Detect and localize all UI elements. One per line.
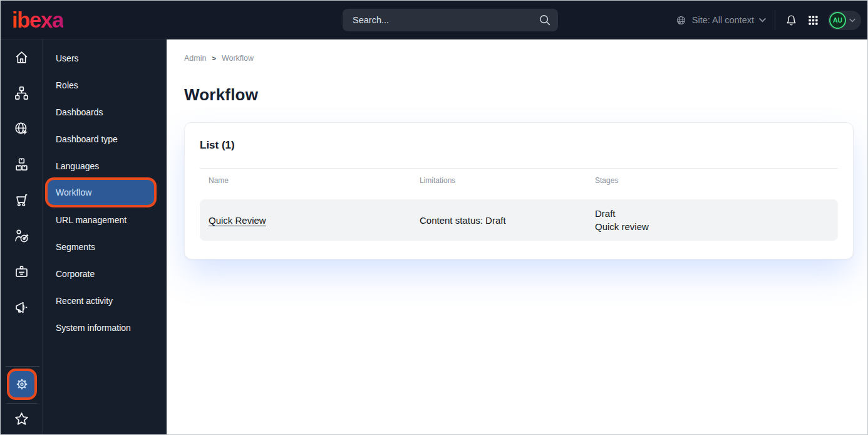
table-header: Name Limitations Stages <box>200 176 838 185</box>
global-search <box>343 9 558 31</box>
user-menu[interactable]: AU <box>828 11 861 30</box>
cart-icon <box>13 192 30 209</box>
admin-sidebar: Users Roles Dashboards Dashboard type La… <box>43 39 167 435</box>
sidebar-item-url-management[interactable]: URL management <box>43 206 167 233</box>
sidebar-item-languages[interactable]: Languages <box>43 152 167 179</box>
sidebar-item-segments[interactable]: Segments <box>43 233 167 260</box>
ibexa-logo[interactable]: ibexa <box>12 8 63 32</box>
megaphone-icon <box>13 299 30 316</box>
top-bar: ibexa Site: All context <box>1 1 867 39</box>
sidebar-item-recent-activity[interactable]: Recent activity <box>43 287 167 314</box>
rail-item-products[interactable] <box>1 147 42 182</box>
star-icon <box>13 411 30 427</box>
products-icon <box>13 156 30 173</box>
topbar-divider <box>775 10 775 30</box>
rail-item-commerce[interactable] <box>1 182 42 218</box>
rail-item-settings annotation-highlight[interactable] <box>9 371 34 397</box>
site-context-label: Site: All context <box>692 15 754 25</box>
column-header-stages: Stages <box>595 176 838 185</box>
gear-icon <box>14 376 30 392</box>
id-badge-icon <box>13 263 30 280</box>
app-switcher-grid-icon[interactable] <box>807 14 819 26</box>
search-input[interactable] <box>343 9 558 31</box>
breadcrumb-separator: > <box>212 55 215 62</box>
stage-item: Draft <box>595 207 838 220</box>
app-window: ibexa Site: All context <box>0 0 868 435</box>
rail-item-bookmarks[interactable] <box>13 411 30 427</box>
topbar-right-cluster: Site: All context A <box>675 1 861 39</box>
rail-item-marketing[interactable] <box>1 290 42 325</box>
column-header-name: Name <box>209 176 420 185</box>
sidebar-item-dashboard-type[interactable]: Dashboard type <box>43 125 167 152</box>
rail-item-site[interactable] <box>1 111 42 147</box>
table-row: Quick Review Content status: Draft Draft… <box>200 199 838 241</box>
main-content: Admin > Workflow Workflow List (1) Name … <box>167 39 868 435</box>
breadcrumb-current: Workflow <box>222 54 254 63</box>
list-count-heading: List (1) <box>200 138 838 153</box>
stage-item: Quick review <box>595 220 838 233</box>
stages-cell: Draft Quick review <box>595 207 838 233</box>
sidebar-item-workflow annotation-highlight[interactable]: Workflow <box>48 180 154 205</box>
chevron-down-icon <box>849 18 855 23</box>
rail-item-customers[interactable] <box>1 218 42 254</box>
workflow-name-link[interactable]: Quick Review <box>209 215 266 226</box>
sidebar-item-dashboards[interactable]: Dashboards <box>43 98 167 125</box>
globe-icon <box>675 14 687 26</box>
rail-item-content-structure[interactable] <box>1 75 42 111</box>
sidebar-item-users[interactable]: Users <box>43 45 167 71</box>
page-title: Workflow <box>184 85 854 105</box>
sidebar-item-roles[interactable]: Roles <box>43 71 167 98</box>
customer-target-icon <box>13 228 30 244</box>
rail-item-corporate[interactable] <box>1 254 42 290</box>
limitations-cell: Content status: Draft <box>420 215 595 226</box>
column-header-limitations: Limitations <box>420 176 595 185</box>
rail-divider <box>6 366 39 367</box>
breadcrumb: Admin > Workflow <box>184 54 854 63</box>
site-context-selector[interactable]: Site: All context <box>675 14 766 26</box>
home-icon <box>13 49 30 66</box>
workflow-list-card: List (1) Name Limitations Stages Quick R… <box>184 122 854 259</box>
avatar: AU <box>829 12 846 29</box>
rail-divider <box>7 403 37 404</box>
icon-rail <box>1 39 43 435</box>
sidebar-item-corporate[interactable]: Corporate <box>43 260 167 287</box>
search-icon[interactable] <box>538 13 552 27</box>
sidebar-item-system-information[interactable]: System information <box>43 314 167 341</box>
content-structure-icon <box>13 85 30 102</box>
notifications-bell-icon[interactable] <box>784 13 798 28</box>
site-globe-icon <box>13 120 30 137</box>
card-divider <box>200 168 838 169</box>
chevron-down-icon <box>759 18 766 23</box>
rail-item-home[interactable] <box>1 39 42 75</box>
breadcrumb-admin[interactable]: Admin <box>184 54 206 63</box>
